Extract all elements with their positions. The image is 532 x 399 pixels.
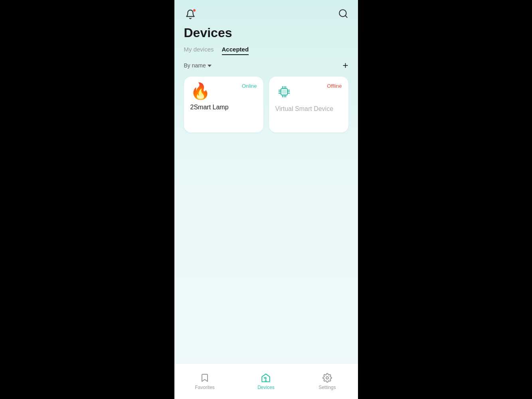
search-icon: [338, 8, 348, 19]
app-header: [174, 0, 358, 21]
nav-item-devices[interactable]: Devices: [235, 373, 297, 390]
svg-rect-15: [282, 90, 286, 94]
tabs-bar: My devices Accepted: [174, 40, 358, 55]
chevron-down-icon: [208, 65, 212, 67]
nav-label-settings: Settings: [318, 385, 336, 390]
search-button[interactable]: [338, 8, 348, 20]
nav-label-devices: Devices: [257, 385, 275, 390]
device-status-online: Online: [242, 83, 257, 89]
notification-bell[interactable]: [184, 8, 197, 21]
device-card-smart-lamp[interactable]: 🔥 Online 2Smart Lamp: [184, 77, 263, 132]
devices-nav-icon: [261, 373, 271, 383]
device-status-offline: Offline: [327, 83, 342, 89]
add-device-button[interactable]: +: [342, 61, 348, 70]
virtual-device-icon: [275, 83, 293, 101]
settings-icon: [322, 373, 332, 383]
svg-point-19: [326, 377, 328, 379]
nav-item-favorites[interactable]: Favorites: [174, 373, 235, 390]
favorites-icon: [200, 373, 210, 383]
page-title: Devices: [174, 21, 358, 40]
nav-label-favorites: Favorites: [195, 385, 214, 390]
bottom-navigation: Favorites Devices: [174, 363, 358, 399]
tab-accepted[interactable]: Accepted: [222, 46, 249, 55]
notification-dot: [193, 9, 196, 12]
nav-item-settings[interactable]: Settings: [297, 373, 358, 390]
devices-grid: 🔥 Online 2Smart Lamp: [174, 70, 358, 132]
device-card-virtual[interactable]: Offline Virtual Smart Device: [269, 77, 348, 132]
sort-by-name-button[interactable]: By name: [184, 62, 212, 69]
phone-screen: Devices My devices Accepted By name + 🔥 …: [174, 0, 358, 399]
svg-line-1: [345, 16, 347, 18]
lamp-icon: 🔥: [190, 83, 210, 99]
filter-row: By name +: [174, 55, 358, 70]
device-card-header-2: Offline: [275, 83, 342, 101]
device-name-smart-lamp: 2Smart Lamp: [190, 104, 257, 111]
tab-my-devices[interactable]: My devices: [184, 46, 214, 55]
device-name-virtual: Virtual Smart Device: [275, 105, 342, 113]
device-card-header: 🔥 Online: [190, 83, 257, 99]
